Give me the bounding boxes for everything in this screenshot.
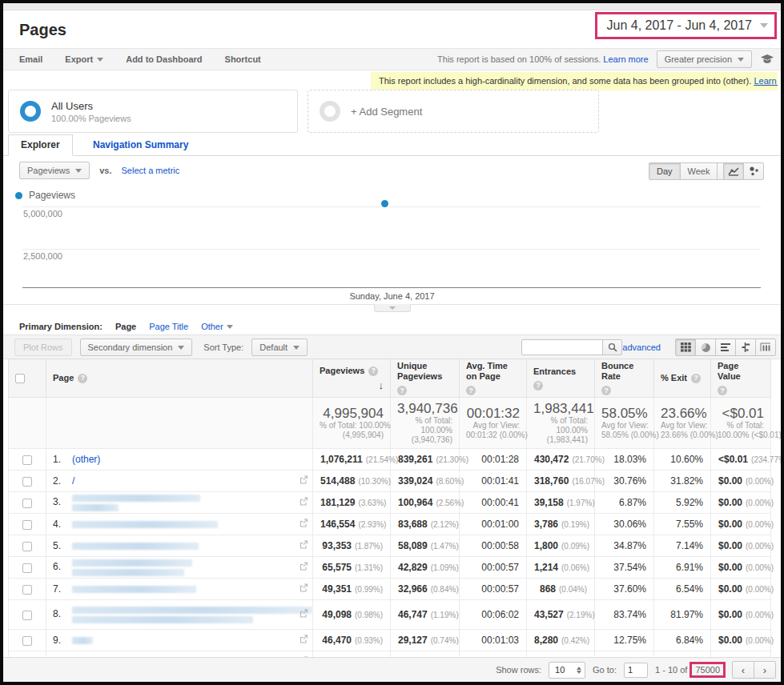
add-to-dashboard-button[interactable]: Add to Dashboard bbox=[126, 54, 202, 64]
help-icon[interactable]: ? bbox=[78, 374, 87, 383]
add-segment-button[interactable]: + Add Segment bbox=[308, 90, 599, 133]
row-checkbox[interactable] bbox=[22, 499, 32, 508]
open-page-icon[interactable] bbox=[299, 562, 308, 574]
column-header-page-value[interactable]: Page Value? bbox=[711, 359, 771, 398]
help-icon[interactable]: ? bbox=[601, 386, 611, 395]
open-page-icon[interactable] bbox=[299, 519, 308, 531]
row-checkbox[interactable] bbox=[22, 542, 32, 551]
dimension-page[interactable]: Page bbox=[115, 322, 136, 331]
pct-exit-cell: 6.91% bbox=[654, 557, 711, 579]
column-header-page[interactable]: Page? bbox=[46, 359, 313, 398]
shortcut-button[interactable]: Shortcut bbox=[225, 54, 261, 64]
row-rank: 7. bbox=[53, 583, 72, 595]
segment-all-users[interactable]: All Users 100.00% Pageviews bbox=[8, 90, 298, 133]
row-rank: 2. bbox=[53, 475, 72, 487]
metric-select[interactable]: Pageviews bbox=[19, 162, 90, 179]
help-icon[interactable]: ? bbox=[533, 381, 543, 391]
help-icon[interactable]: ? bbox=[368, 367, 378, 376]
page-cell: 9. bbox=[46, 630, 313, 651]
table-toolbar: Plot Rows Secondary dimension Sort Type:… bbox=[3, 334, 781, 359]
column-header-entrances[interactable]: Entrances? bbox=[527, 359, 595, 398]
page-cell: 8. bbox=[46, 600, 313, 630]
date-range-selector[interactable]: Jun 4, 2017 - Jun 4, 2017 bbox=[595, 12, 777, 39]
sort-type-button[interactable]: Default bbox=[251, 338, 308, 356]
open-page-icon[interactable] bbox=[299, 497, 308, 509]
column-label: Page bbox=[53, 373, 74, 383]
page-link[interactable]: / bbox=[72, 475, 74, 487]
export-button[interactable]: Export bbox=[65, 54, 103, 64]
help-icon[interactable]: ? bbox=[397, 386, 407, 395]
performance-view-button[interactable] bbox=[715, 338, 736, 356]
page-value-value: $0.00 bbox=[718, 475, 742, 487]
page-value-pct: (0.00%) bbox=[746, 477, 774, 486]
learn-more-link[interactable]: Learn more bbox=[603, 54, 648, 64]
row-checkbox[interactable] bbox=[22, 636, 32, 646]
prev-page-button[interactable]: ‹ bbox=[732, 661, 754, 679]
search-icon[interactable] bbox=[602, 339, 622, 355]
sort-desc-icon[interactable]: ↓ bbox=[379, 380, 384, 391]
summary-subtext: % of Total: bbox=[718, 421, 764, 431]
select-a-metric-link[interactable]: Select a metric bbox=[122, 166, 180, 175]
table-search-input[interactable] bbox=[521, 339, 603, 355]
help-icon[interactable]: ? bbox=[691, 374, 701, 383]
bounce-rate-value: 18.03% bbox=[613, 454, 646, 465]
column-header-pageviews[interactable]: Pageviews?↓ bbox=[313, 359, 391, 398]
percentage-view-button[interactable] bbox=[695, 338, 716, 356]
unique-pageviews-cell: 58,089(1.47%) bbox=[391, 535, 460, 557]
pageviews-pct: (0.98%) bbox=[355, 611, 383, 619]
row-checkbox[interactable] bbox=[22, 520, 32, 530]
granularity-week-button[interactable]: Week bbox=[680, 162, 718, 180]
plot-rows-button[interactable]: Plot Rows bbox=[14, 338, 72, 356]
tab-explorer[interactable]: Explorer bbox=[8, 134, 73, 156]
next-page-button[interactable]: › bbox=[754, 661, 776, 679]
data-view-button[interactable] bbox=[675, 338, 696, 356]
collapse-chart-tab[interactable] bbox=[374, 304, 411, 312]
column-header-avg-time-on-page[interactable]: Avg. Time on Page? bbox=[460, 359, 527, 398]
goto-page-input[interactable] bbox=[624, 663, 648, 678]
motion-chart-button[interactable] bbox=[743, 162, 764, 180]
chart-type-switch bbox=[723, 162, 764, 180]
line-chart-button[interactable] bbox=[723, 162, 744, 180]
open-page-icon[interactable] bbox=[299, 540, 308, 552]
select-all-checkbox[interactable] bbox=[15, 374, 25, 383]
column-header-bounce-rate[interactable]: Bounce Rate? bbox=[595, 359, 654, 398]
advanced-search-link[interactable]: advanced bbox=[622, 342, 661, 352]
row-checkbox[interactable] bbox=[22, 563, 32, 573]
granularity-day-button[interactable]: Day bbox=[649, 162, 681, 180]
chevron-down-icon bbox=[293, 346, 300, 350]
banner-learn-more-link[interactable]: Learn More bbox=[754, 76, 778, 86]
open-page-icon[interactable] bbox=[299, 635, 308, 647]
column-header--exit[interactable]: % Exit? bbox=[654, 359, 711, 398]
row-checkbox[interactable] bbox=[22, 585, 32, 595]
pivot-view-button[interactable] bbox=[755, 338, 776, 356]
open-page-icon[interactable] bbox=[299, 583, 308, 595]
show-rows-select[interactable]: 10 bbox=[549, 662, 585, 679]
metric-picker-row: Pageviews vs. Select a metric Day Week M… bbox=[3, 160, 781, 182]
unique-pageviews-value: 42,829 bbox=[398, 562, 428, 573]
help-icon[interactable]: ? bbox=[718, 386, 727, 395]
pct-exit-cell: 7.14% bbox=[654, 535, 711, 557]
precision-selector[interactable]: Greater precision bbox=[657, 50, 752, 68]
pageviews-pct: (1.31%) bbox=[355, 563, 383, 572]
comparison-view-button[interactable] bbox=[735, 338, 756, 356]
bounce-rate-cell: 12.75% bbox=[595, 630, 654, 651]
table-row: 4.146,554(2.93%)83,688(2.12%)00:01:003,7… bbox=[9, 514, 771, 535]
blur-bar bbox=[72, 543, 199, 550]
row-checkbox[interactable] bbox=[22, 477, 32, 487]
open-page-icon[interactable] bbox=[299, 609, 308, 621]
tab-navigation-summary[interactable]: Navigation Summary bbox=[93, 134, 188, 156]
avg-time-on-page-value: 00:00:41 bbox=[481, 497, 519, 508]
sampling-cap-icon[interactable] bbox=[760, 54, 774, 65]
open-page-icon[interactable] bbox=[299, 475, 308, 487]
help-icon[interactable]: ? bbox=[466, 386, 476, 395]
dimension-other[interactable]: Other bbox=[201, 322, 233, 331]
secondary-dimension-button[interactable]: Secondary dimension bbox=[80, 338, 193, 356]
row-checkbox[interactable] bbox=[22, 455, 32, 465]
page-link[interactable]: (other) bbox=[72, 454, 100, 465]
pageviews-value: 49,351 bbox=[322, 583, 352, 595]
dimension-page-title[interactable]: Page Title bbox=[149, 322, 188, 331]
email-button[interactable]: Email bbox=[19, 54, 42, 64]
row-checkbox[interactable] bbox=[22, 611, 32, 620]
data-point[interactable] bbox=[381, 200, 388, 207]
column-header-unique-pageviews[interactable]: Unique Pageviews? bbox=[391, 359, 460, 398]
